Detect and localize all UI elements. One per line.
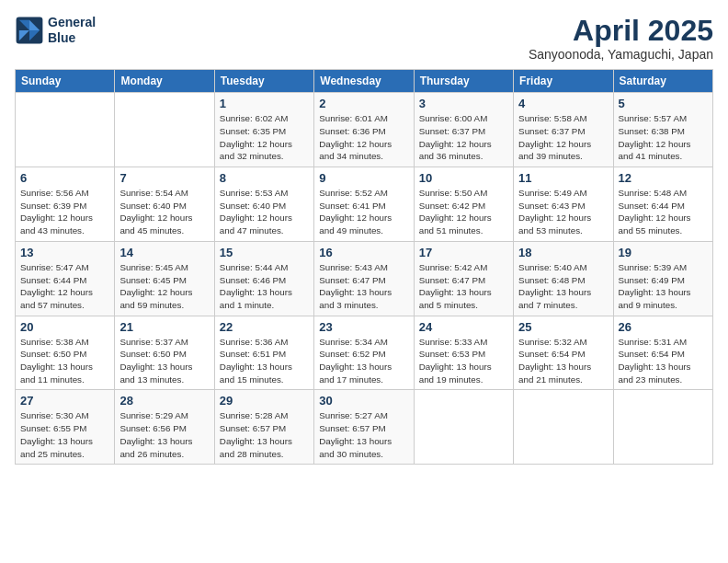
day-number: 5 [619,97,708,110]
day-info: Sunrise: 5:28 AM Sunset: 6:57 PM Dayligh… [220,409,309,460]
day-info: Sunrise: 5:39 AM Sunset: 6:49 PM Dayligh… [619,261,708,312]
calendar-day-cell: 25Sunrise: 5:32 AM Sunset: 6:54 PM Dayli… [514,316,613,390]
day-number: 26 [619,320,708,334]
day-number: 11 [518,171,608,185]
day-info: Sunrise: 5:52 AM Sunset: 6:41 PM Dayligh… [319,187,408,237]
location: Sanyoonoda, Yamaguchi, Japan [529,47,713,62]
day-number: 25 [518,320,608,334]
page-header: General Blue April 2025 Sanyoonoda, Yama… [15,15,713,62]
calendar-day-cell: 5Sunrise: 5:57 AM Sunset: 6:38 PM Daylig… [613,93,712,167]
day-info: Sunrise: 5:53 AM Sunset: 6:40 PM Dayligh… [220,187,309,237]
logo: General Blue [15,15,96,46]
month-title: April 2025 [529,15,713,47]
day-info: Sunrise: 5:29 AM Sunset: 6:56 PM Dayligh… [119,409,209,460]
day-info: Sunrise: 6:00 AM Sunset: 6:37 PM Dayligh… [419,112,508,163]
day-info: Sunrise: 5:43 AM Sunset: 6:47 PM Dayligh… [319,261,408,312]
calendar-day-cell: 29Sunrise: 5:28 AM Sunset: 6:57 PM Dayli… [214,390,313,465]
weekday-header: Thursday [414,70,513,93]
calendar-day-cell [613,390,712,465]
day-info: Sunrise: 5:42 AM Sunset: 6:47 PM Dayligh… [419,261,508,312]
calendar-day-cell [115,93,214,167]
day-info: Sunrise: 5:58 AM Sunset: 6:37 PM Dayligh… [518,112,608,163]
day-info: Sunrise: 5:34 AM Sunset: 6:52 PM Dayligh… [319,336,408,386]
calendar-day-cell: 21Sunrise: 5:37 AM Sunset: 6:50 PM Dayli… [115,316,214,390]
weekday-header: Saturday [613,70,712,93]
calendar-day-cell [414,390,513,465]
day-number: 21 [119,320,209,334]
calendar-day-cell: 28Sunrise: 5:29 AM Sunset: 6:56 PM Dayli… [115,390,214,465]
calendar-week-row: 6Sunrise: 5:56 AM Sunset: 6:39 PM Daylig… [16,167,713,242]
day-number: 14 [119,246,209,259]
calendar-week-row: 1Sunrise: 6:02 AM Sunset: 6:35 PM Daylig… [16,93,713,167]
day-info: Sunrise: 5:30 AM Sunset: 6:55 PM Dayligh… [20,409,109,460]
day-info: Sunrise: 5:56 AM Sunset: 6:39 PM Dayligh… [20,187,109,237]
day-number: 12 [619,171,708,185]
weekday-header: Wednesday [314,70,414,93]
calendar-day-cell: 18Sunrise: 5:40 AM Sunset: 6:48 PM Dayli… [514,241,613,316]
calendar-day-cell: 20Sunrise: 5:38 AM Sunset: 6:50 PM Dayli… [16,316,115,390]
logo-icon [15,16,44,45]
day-info: Sunrise: 5:32 AM Sunset: 6:54 PM Dayligh… [518,336,608,386]
logo-text: General Blue [48,15,96,46]
calendar-header: SundayMondayTuesdayWednesdayThursdayFrid… [16,70,713,93]
day-number: 24 [419,320,508,334]
calendar-day-cell: 16Sunrise: 5:43 AM Sunset: 6:47 PM Dayli… [314,241,414,316]
calendar-week-row: 27Sunrise: 5:30 AM Sunset: 6:55 PM Dayli… [16,390,713,465]
weekday-header: Monday [115,70,214,93]
calendar-day-cell: 9Sunrise: 5:52 AM Sunset: 6:41 PM Daylig… [314,167,414,242]
calendar-day-cell: 1Sunrise: 6:02 AM Sunset: 6:35 PM Daylig… [214,93,313,167]
calendar-day-cell: 27Sunrise: 5:30 AM Sunset: 6:55 PM Dayli… [16,390,115,465]
day-info: Sunrise: 6:01 AM Sunset: 6:36 PM Dayligh… [319,112,408,163]
day-info: Sunrise: 5:54 AM Sunset: 6:40 PM Dayligh… [119,187,209,237]
title-block: April 2025 Sanyoonoda, Yamaguchi, Japan [529,15,713,62]
day-number: 6 [20,171,109,185]
day-info: Sunrise: 5:27 AM Sunset: 6:57 PM Dayligh… [319,409,408,460]
calendar-day-cell: 3Sunrise: 6:00 AM Sunset: 6:37 PM Daylig… [414,93,513,167]
day-number: 27 [20,394,109,408]
day-number: 8 [220,171,309,185]
day-info: Sunrise: 5:38 AM Sunset: 6:50 PM Dayligh… [20,336,109,386]
calendar-day-cell: 15Sunrise: 5:44 AM Sunset: 6:46 PM Dayli… [214,241,313,316]
day-number: 13 [20,246,109,259]
day-info: Sunrise: 5:36 AM Sunset: 6:51 PM Dayligh… [220,336,309,386]
day-info: Sunrise: 5:44 AM Sunset: 6:46 PM Dayligh… [220,261,309,312]
day-info: Sunrise: 5:31 AM Sunset: 6:54 PM Dayligh… [619,336,708,386]
calendar-day-cell: 7Sunrise: 5:54 AM Sunset: 6:40 PM Daylig… [115,167,214,242]
day-info: Sunrise: 5:57 AM Sunset: 6:38 PM Dayligh… [619,112,708,163]
weekday-header: Sunday [16,70,115,93]
calendar-day-cell: 4Sunrise: 5:58 AM Sunset: 6:37 PM Daylig… [514,93,613,167]
calendar-week-row: 20Sunrise: 5:38 AM Sunset: 6:50 PM Dayli… [16,316,713,390]
day-number: 1 [220,97,309,110]
calendar-day-cell: 26Sunrise: 5:31 AM Sunset: 6:54 PM Dayli… [613,316,712,390]
calendar-day-cell: 17Sunrise: 5:42 AM Sunset: 6:47 PM Dayli… [414,241,513,316]
day-number: 3 [419,97,508,110]
day-info: Sunrise: 5:37 AM Sunset: 6:50 PM Dayligh… [119,336,209,386]
day-number: 2 [319,97,408,110]
calendar-week-row: 13Sunrise: 5:47 AM Sunset: 6:44 PM Dayli… [16,241,713,316]
calendar-body: 1Sunrise: 6:02 AM Sunset: 6:35 PM Daylig… [16,93,713,465]
day-info: Sunrise: 5:47 AM Sunset: 6:44 PM Dayligh… [20,261,109,312]
day-info: Sunrise: 5:45 AM Sunset: 6:45 PM Dayligh… [119,261,209,312]
day-number: 9 [319,171,408,185]
calendar-day-cell: 23Sunrise: 5:34 AM Sunset: 6:52 PM Dayli… [314,316,414,390]
calendar-day-cell: 13Sunrise: 5:47 AM Sunset: 6:44 PM Dayli… [16,241,115,316]
calendar-day-cell: 11Sunrise: 5:49 AM Sunset: 6:43 PM Dayli… [514,167,613,242]
calendar-day-cell: 12Sunrise: 5:48 AM Sunset: 6:44 PM Dayli… [613,167,712,242]
day-number: 16 [319,246,408,259]
day-number: 19 [619,246,708,259]
day-info: Sunrise: 5:33 AM Sunset: 6:53 PM Dayligh… [419,336,508,386]
day-number: 10 [419,171,508,185]
day-number: 7 [119,171,209,185]
calendar-day-cell: 8Sunrise: 5:53 AM Sunset: 6:40 PM Daylig… [214,167,313,242]
day-number: 17 [419,246,508,259]
calendar-day-cell: 19Sunrise: 5:39 AM Sunset: 6:49 PM Dayli… [613,241,712,316]
day-number: 29 [220,394,309,408]
day-number: 4 [518,97,608,110]
calendar-day-cell: 6Sunrise: 5:56 AM Sunset: 6:39 PM Daylig… [16,167,115,242]
calendar-day-cell: 30Sunrise: 5:27 AM Sunset: 6:57 PM Dayli… [314,390,414,465]
day-info: Sunrise: 6:02 AM Sunset: 6:35 PM Dayligh… [220,112,309,163]
day-number: 20 [20,320,109,334]
day-number: 23 [319,320,408,334]
calendar-day-cell: 14Sunrise: 5:45 AM Sunset: 6:45 PM Dayli… [115,241,214,316]
day-number: 22 [220,320,309,334]
